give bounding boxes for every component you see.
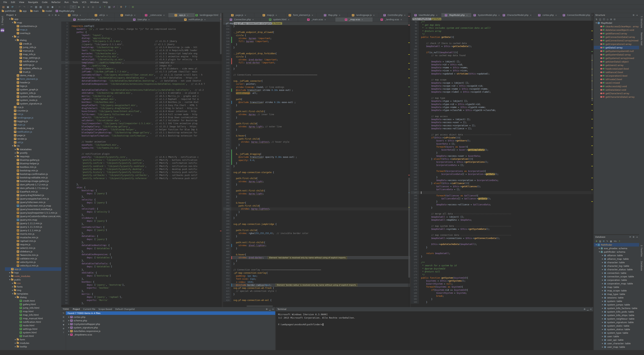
line-number[interactable]: 23 (61, 89, 69, 92)
line-number[interactable]: 127 (411, 130, 419, 133)
tree-item-map_manual.html[interactable]: 5map_manual.html (5, 317, 61, 320)
refresh-icon[interactable]: ⟳ (603, 240, 604, 242)
line-number[interactable]: 116 (411, 97, 419, 100)
chevron-down-icon[interactable]: ▼ (15, 14, 16, 16)
close-icon[interactable]: × (466, 14, 468, 16)
line-number[interactable]: 34 (61, 122, 69, 125)
line-number[interactable]: 73 (61, 241, 69, 244)
tree-collapsed-icon[interactable]: ▶ (602, 314, 604, 316)
line-number[interactable]: 109 (411, 75, 419, 78)
tree-item-slidebars.js[interactable]: JSslidebars.js (5, 250, 61, 253)
todo-file-list[interactable]: ▶Pcortex.php▶Pschema.php▶PCcpSystemsMapp… (66, 315, 275, 350)
scrollbar-thumb[interactable] (408, 178, 410, 278)
line-number[interactable]: 365 (223, 119, 231, 122)
line-number[interactable]: 42 (61, 146, 69, 149)
todo-file-system_signature.php[interactable]: ▶Psystem_signature.php (66, 326, 275, 329)
line-number[interactable]: 455 (223, 280, 231, 283)
line-number[interactable]: 342 (223, 49, 231, 52)
line-number[interactable]: 90 (61, 292, 69, 295)
tree-collapsed-icon[interactable]: ▶ (602, 332, 604, 334)
tree-collapsed-icon[interactable]: ▶ (14, 342, 16, 344)
line-number[interactable]: 422 (223, 293, 231, 296)
structure-item-getConnections[interactable]: getConnections():array|mixed (594, 39, 639, 42)
tree-item-settings.html[interactable]: 5settings.html (5, 327, 61, 331)
line-number[interactable]: 356 (223, 92, 231, 95)
line-number[interactable]: 103 (411, 57, 419, 60)
tree-collapsed-icon[interactable]: ▶ (602, 269, 604, 270)
line-number[interactable]: 173 (411, 270, 419, 273)
error-stripe[interactable] (220, 13, 222, 307)
line-number[interactable]: 16 (61, 67, 69, 70)
tree-item-jquery.fullscreen.min.js.map[interactable]: {}jquery.fullscreen.min.js.map (5, 204, 61, 207)
line-number[interactable]: 164 (411, 243, 419, 246)
editor-right[interactable]: PUserModel.php×PMapModel.php×PSystemMode… (411, 13, 593, 307)
line-number[interactable]: 128 (411, 133, 419, 136)
tree-item-ui[interactable]: ▼ui (5, 35, 61, 38)
tree-item-jquery-2.1.1.min.js[interactable]: JSjquery-2.1.1.min.js (5, 229, 61, 232)
stripe-button-2-favorites[interactable]: 2: Favorites (640, 243, 643, 258)
refresh-icon[interactable]: ↻ (63, 312, 64, 314)
line-number[interactable]: 126 (411, 127, 419, 130)
tree-expanded-icon[interactable]: ▼ (598, 251, 600, 253)
stripe-button-remote-host[interactable]: Remote Host (640, 31, 643, 47)
line-number[interactable]: 376 (223, 153, 231, 156)
line-number[interactable]: 77 (61, 253, 69, 256)
tree-collapsed-icon[interactable]: ▶ (68, 316, 70, 318)
line-number[interactable]: 380 (223, 165, 231, 168)
filter-icon[interactable]: ▼ (63, 324, 64, 326)
tree-item-init.js[interactable]: JSinit.js (5, 112, 61, 116)
line-number[interactable]: 450 (223, 265, 231, 268)
tree-item-map_info.js[interactable]: JSmap_info.js (5, 53, 61, 56)
line-number[interactable]: 175 (411, 276, 419, 279)
line-number[interactable]: 112 (411, 84, 419, 87)
tree-item-jquery.hoverIntent.minified.js[interactable]: JSjquery.hoverIntent.minified.js (5, 207, 61, 211)
db-table-system_static[interactable]: ▶▦system_static: table (594, 324, 639, 327)
collapse-all-icon[interactable]: ⊟ (63, 320, 64, 322)
error-stripe[interactable] (408, 13, 410, 307)
close-icon[interactable]: × (530, 14, 532, 16)
tree-expanded-icon[interactable]: ▼ (14, 40, 16, 41)
tree-item-img[interactable]: ▶img (5, 288, 61, 292)
tree-collapsed-icon[interactable]: ▶ (14, 152, 16, 154)
vcs-revert-icon[interactable]: ↺ (112, 5, 116, 9)
db-table-system_signature[interactable]: ▶▦system_signature: table (594, 320, 639, 324)
tab-page.js[interactable]: JSpage.js× (223, 13, 254, 17)
table-icon[interactable]: ▦ (610, 240, 612, 242)
tree-collapsed-icon[interactable]: ▶ (68, 327, 70, 328)
tree-collapsed-icon[interactable]: ▶ (602, 321, 604, 323)
tree-item-bootstrap.min.js[interactable]: JSbootstrap.min.js (5, 169, 61, 172)
tree-item-trust.js[interactable]: JStrust.js (5, 70, 61, 74)
line-number[interactable]: 66 (61, 219, 69, 222)
line-number[interactable]: 104 (411, 60, 419, 63)
tree-item-css[interactable]: ▶css (5, 281, 61, 285)
line-number[interactable]: 177 (411, 282, 419, 285)
line-number[interactable]: 45 (61, 156, 69, 158)
line-number[interactable]: 5 (61, 34, 69, 37)
line-number[interactable]: 1 (61, 22, 69, 25)
line-number[interactable]: 156 (411, 218, 419, 221)
line-number[interactable]: 406 (223, 244, 231, 247)
tree-item-logs[interactable]: ▶logs (5, 271, 61, 274)
line-number[interactable]: 50 (61, 171, 69, 174)
line-number[interactable]: 359 (223, 101, 231, 104)
menu-item-file[interactable]: File (2, 0, 9, 5)
line-number[interactable]: 181 (411, 295, 419, 298)
tree-item-jquery-1.11.3.min.js[interactable]: JSjquery-1.11.3.min.js (5, 225, 61, 229)
tab-util.js[interactable]: JSutil.js× (88, 13, 115, 17)
todo-file-cortex.php[interactable]: ▶Pcortex.php (66, 315, 275, 319)
line-number[interactable]: 384 (223, 177, 231, 180)
line-number[interactable]: 456 (223, 283, 231, 286)
tree-collapsed-icon[interactable]: ▶ (68, 330, 70, 332)
line-number[interactable]: 387 (223, 186, 231, 189)
line-number[interactable]: 114 (411, 91, 419, 94)
structure-item-save[interactable]: save():mixed (594, 81, 639, 85)
tree-item-util.js[interactable]: JSutil.js (5, 141, 61, 144)
tree-item-counter.js[interactable]: JScounter.js (5, 109, 61, 112)
close-icon[interactable]: × (339, 14, 340, 16)
add-icon[interactable]: ✚ (596, 240, 597, 242)
tree-collapsed-icon[interactable]: ▶ (602, 304, 604, 305)
line-number[interactable]: 143 (411, 179, 419, 182)
tree-collapsed-icon[interactable]: ▶ (602, 346, 604, 348)
line-number[interactable]: 122 (411, 115, 419, 118)
tree-item-system_graph.js[interactable]: JSsystem_graph.js (5, 88, 61, 91)
